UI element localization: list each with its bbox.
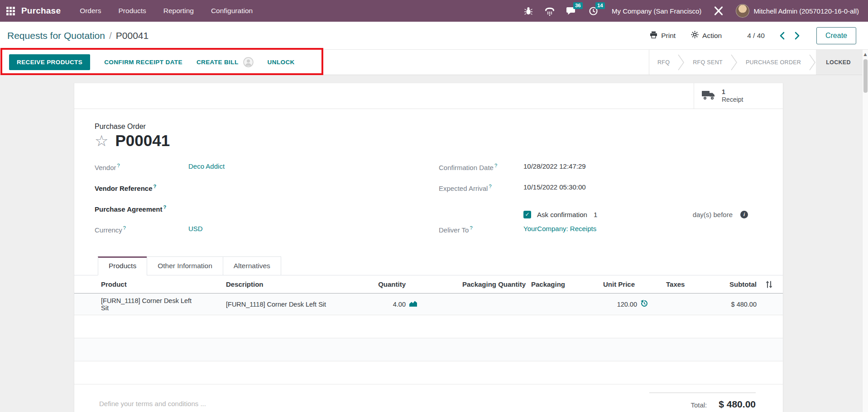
confirmation-date-label: Confirmation Date: [439, 164, 494, 171]
help-marker: ?: [153, 184, 157, 189]
truck-icon: [701, 90, 716, 102]
stage-locked-active[interactable]: LOCKED: [816, 50, 862, 75]
tab-products[interactable]: Products: [98, 256, 147, 275]
breadcrumb-current: P00041: [116, 30, 149, 41]
currency-value-link[interactable]: USD: [188, 225, 203, 232]
user-circle-icon: [243, 57, 254, 67]
expected-arrival-label: Expected Arrival: [439, 185, 488, 192]
breadcrumb: Requests for Quotation / P00041: [7, 30, 149, 41]
company-switcher[interactable]: My Company (San Francisco): [612, 7, 701, 15]
deliver-to-label: Deliver To: [439, 226, 469, 234]
record-pager: 4 / 40: [747, 32, 805, 40]
terms-and-conditions-input[interactable]: Define your terms and conditions ...: [99, 388, 206, 410]
scrollbar-up-arrow-icon[interactable]: ▲: [864, 52, 867, 57]
receipt-label: Receipt: [722, 96, 743, 104]
form-sheet: 1 Receipt Purchase Order ☆ P00041 Vendor…: [74, 83, 783, 412]
printer-icon: [650, 31, 657, 40]
vendor-value-link[interactable]: Deco Addict: [188, 162, 225, 170]
status-pipeline: RFQ RFQ SENT PURCHASE ORDER LOCKED: [649, 50, 862, 75]
empty-line-row[interactable]: [74, 338, 783, 361]
page-title: P00041: [115, 132, 170, 150]
days-before-label: day(s) before: [693, 211, 733, 218]
control-panel: Requests for Quotation / P00041 Print Ac…: [0, 22, 868, 50]
print-button[interactable]: Print: [650, 31, 676, 40]
activities-clock-icon[interactable]: 14: [589, 6, 598, 16]
receive-products-button[interactable]: RECEIVE PRODUCTS: [9, 54, 90, 70]
pager-next-icon[interactable]: [790, 32, 805, 40]
receipt-stat-button[interactable]: 1 Receipt: [694, 83, 783, 109]
stage-rfq-sent[interactable]: RFQ SENT: [685, 59, 731, 66]
apps-grid-icon[interactable]: [6, 7, 15, 15]
messages-icon[interactable]: 36: [566, 6, 577, 16]
optional-columns-icon[interactable]: [757, 281, 784, 288]
create-bill-button[interactable]: CREATE BILL: [197, 59, 239, 66]
order-line-row[interactable]: [FURN_1118] Corner Desk Left Sit [FURN_1…: [74, 294, 783, 315]
line-unit-price: 120.00: [617, 301, 637, 308]
deliver-to-value-link[interactable]: YourCompany: Receipts: [523, 225, 596, 232]
column-header-packaging[interactable]: Packaging: [526, 280, 575, 288]
total-label: Total:: [691, 401, 707, 409]
nav-menu-reporting[interactable]: Reporting: [163, 7, 194, 15]
stage-rfq[interactable]: RFQ: [649, 59, 678, 66]
stage-separator-chevron: [809, 50, 816, 75]
messages-badge: 36: [573, 2, 583, 9]
ask-confirmation-checkbox[interactable]: ✓: [523, 211, 531, 218]
stage-separator-chevron: [678, 50, 685, 75]
line-quantity: 4.00: [393, 301, 406, 308]
stat-button-row: 1 Receipt: [74, 83, 783, 109]
tools-icon[interactable]: [713, 6, 724, 16]
user-avatar[interactable]: [736, 4, 749, 18]
help-marker: ?: [494, 163, 497, 168]
price-history-icon[interactable]: [640, 299, 648, 309]
favorite-star-icon[interactable]: ☆: [95, 133, 108, 148]
unlock-button[interactable]: UNLOCK: [268, 59, 295, 66]
activities-badge: 14: [595, 2, 605, 9]
nav-menu-products[interactable]: Products: [119, 7, 146, 15]
create-button[interactable]: Create: [816, 27, 856, 44]
tab-alternatives[interactable]: Alternatives: [223, 256, 281, 275]
column-header-quantity[interactable]: Quantity: [335, 280, 421, 288]
stage-separator-chevron: [731, 50, 738, 75]
nav-menu-configuration[interactable]: Configuration: [211, 7, 253, 15]
confirmation-date-value: 10/28/2022 12:47:29: [523, 162, 586, 170]
help-marker: ?: [117, 163, 120, 168]
column-header-taxes[interactable]: Taxes: [650, 280, 686, 288]
column-header-subtotal[interactable]: Subtotal: [686, 280, 757, 288]
pager-previous-icon[interactable]: [775, 32, 790, 40]
empty-line-row[interactable]: [74, 315, 783, 338]
total-value: $ 480.00: [719, 399, 756, 410]
pager-count: 4 / 40: [747, 32, 765, 40]
confirm-receipt-date-button[interactable]: CONFIRM RECEIPT DATE: [104, 59, 182, 66]
action-menu-button[interactable]: Action: [691, 31, 722, 40]
field-vendor: Vendor? Deco Addict: [95, 162, 439, 183]
column-header-product[interactable]: Product: [74, 280, 199, 288]
breadcrumb-parent-link[interactable]: Requests for Quotation: [7, 30, 105, 41]
vertical-scrollbar[interactable]: ▲: [862, 50, 868, 412]
order-lines-header: Product Description Quantity Packaging Q…: [74, 275, 783, 294]
bug-icon[interactable]: [524, 6, 533, 15]
line-subtotal: $ 480.00: [686, 301, 757, 308]
empty-line-row[interactable]: [74, 361, 783, 384]
voip-phone-icon[interactable]: [545, 6, 555, 16]
top-navbar: Purchase Orders Products Reporting Confi…: [0, 0, 868, 22]
forecast-chart-icon[interactable]: [409, 300, 417, 308]
scrollbar-thumb[interactable]: [863, 59, 868, 93]
stage-purchase-order[interactable]: PURCHASE ORDER: [738, 59, 809, 66]
column-header-packaging-quantity[interactable]: Packaging Quantity: [421, 280, 526, 288]
nav-menu-orders[interactable]: Orders: [80, 7, 101, 15]
totals-divider: [649, 393, 756, 393]
purchase-agreement-label: Purchase Agreement: [95, 205, 163, 213]
title-block: Purchase Order ☆ P00041: [74, 109, 783, 150]
field-vendor-reference: Vendor Reference?: [95, 183, 439, 204]
totals-block: Total: $ 480.00: [649, 388, 756, 410]
column-header-unit-price[interactable]: Unit Price: [575, 280, 650, 288]
ask-confirmation-label: Ask confirmation: [537, 211, 587, 218]
tab-other-information[interactable]: Other Information: [147, 256, 223, 275]
help-marker: ?: [123, 225, 126, 231]
user-menu[interactable]: Mitchell Admin (20570120-16-0-all): [753, 7, 859, 15]
column-header-description[interactable]: Description: [199, 280, 335, 288]
line-description: [FURN_1118] Corner Desk Left Sit: [199, 301, 335, 308]
notebook-tabs: Products Other Information Alternatives: [74, 256, 783, 275]
app-name[interactable]: Purchase: [21, 6, 61, 16]
help-marker: ?: [163, 204, 167, 210]
